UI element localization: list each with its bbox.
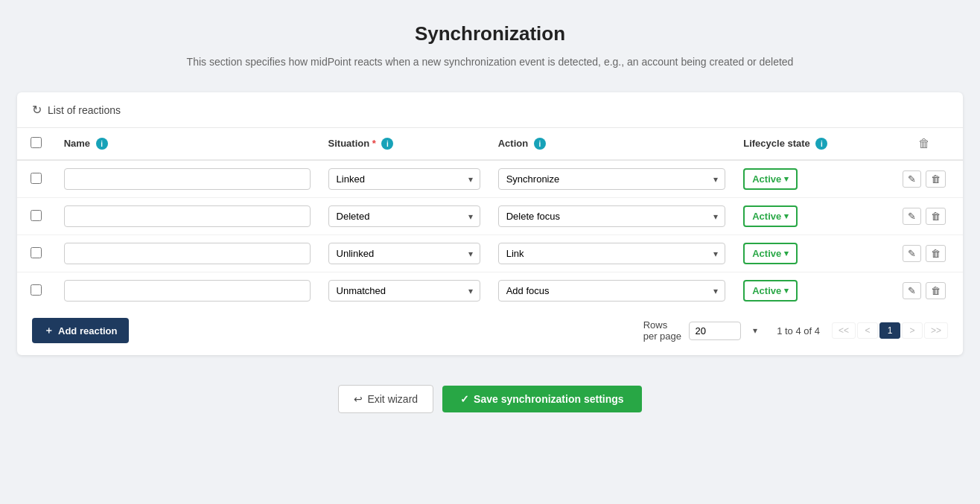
delete-button-2[interactable]: 🗑 bbox=[926, 245, 946, 262]
sync-icon: ↻ bbox=[32, 103, 42, 117]
plus-icon: ＋ bbox=[44, 324, 54, 337]
lifecycle-chevron-2: ▾ bbox=[784, 249, 789, 258]
add-reaction-label: Add reaction bbox=[58, 325, 117, 336]
lifecycle-chevron-3: ▾ bbox=[784, 286, 789, 296]
pagination-area: Rows per page 5 10 20 50 100 1 to 4 of 4… bbox=[643, 319, 948, 342]
name-input-0[interactable] bbox=[64, 168, 311, 190]
edit-button-2[interactable]: ✎ bbox=[903, 245, 921, 262]
last-page-button[interactable]: >> bbox=[924, 322, 948, 339]
delete-button-3[interactable]: 🗑 bbox=[926, 282, 946, 299]
row-actions-0: ✎ 🗑 bbox=[894, 170, 954, 188]
action-select-wrapper-3: SynchronizeDelete focusLinkAdd focusUnli… bbox=[498, 280, 726, 302]
action-select-2[interactable]: SynchronizeDelete focusLinkAdd focusUnli… bbox=[498, 243, 726, 264]
card-footer: ＋ Add reaction Rows per page 5 10 20 50 … bbox=[17, 309, 963, 343]
bottom-actions: ↩ Exit wizard ✓ Save synchronization set… bbox=[338, 385, 641, 413]
next-page-button[interactable]: > bbox=[902, 322, 923, 339]
col-situation-label: Situation bbox=[328, 138, 370, 149]
page-navigation: << < 1 > >> bbox=[832, 322, 948, 339]
add-reaction-button[interactable]: ＋ Add reaction bbox=[32, 318, 129, 343]
page-info: 1 to 4 of 4 bbox=[777, 325, 820, 336]
edit-button-0[interactable]: ✎ bbox=[903, 170, 921, 188]
delete-button-0[interactable]: 🗑 bbox=[926, 170, 946, 188]
name-input-2[interactable] bbox=[64, 243, 311, 264]
lifecycle-chevron-1: ▾ bbox=[784, 211, 789, 221]
page-title: Synchronization bbox=[187, 22, 794, 45]
action-info-icon[interactable]: i bbox=[534, 138, 546, 150]
current-page-button[interactable]: 1 bbox=[879, 322, 900, 339]
header-delete-button[interactable]: 🗑 bbox=[914, 135, 935, 152]
save-label: Save synchronization settings bbox=[474, 393, 624, 405]
col-name-label: Name bbox=[64, 138, 90, 149]
table-row: LinkedDeletedUnlinkedUnmatchedDisputedDe… bbox=[17, 235, 963, 272]
lifecycle-info-icon[interactable]: i bbox=[815, 138, 827, 150]
card-header-label: List of reactions bbox=[48, 104, 121, 116]
rows-per-page-selector: Rows per page 5 10 20 50 100 bbox=[643, 319, 765, 342]
lifecycle-state-button-0[interactable]: Active ▾ bbox=[743, 168, 798, 190]
card-header: ↻ List of reactions bbox=[17, 92, 963, 128]
name-info-icon[interactable]: i bbox=[96, 138, 108, 150]
action-select-0[interactable]: SynchronizeDelete focusLinkAdd focusUnli… bbox=[498, 168, 726, 190]
lifecycle-state-button-2[interactable]: Active ▾ bbox=[743, 243, 798, 264]
save-settings-button[interactable]: ✓ Save synchronization settings bbox=[442, 386, 642, 412]
situation-required-marker: * bbox=[372, 138, 376, 149]
action-select-1[interactable]: SynchronizeDelete focusLinkAdd focusUnli… bbox=[498, 205, 726, 227]
action-select-3[interactable]: SynchronizeDelete focusLinkAdd focusUnli… bbox=[498, 280, 726, 302]
exit-wizard-button[interactable]: ↩ Exit wizard bbox=[338, 385, 433, 413]
col-action-label: Action bbox=[498, 138, 528, 149]
situation-select-wrapper-1: LinkedDeletedUnlinkedUnmatchedDisputedDe… bbox=[328, 205, 480, 227]
col-lifecycle-label: Lifecycle state bbox=[743, 138, 810, 149]
row-checkbox-1[interactable] bbox=[31, 210, 42, 221]
lifecycle-chevron-0: ▾ bbox=[784, 174, 789, 184]
situation-select-wrapper-3: LinkedDeletedUnlinkedUnmatchedDisputedDe… bbox=[328, 280, 480, 302]
action-select-wrapper-2: SynchronizeDelete focusLinkAdd focusUnli… bbox=[498, 243, 726, 264]
row-checkbox-3[interactable] bbox=[31, 284, 42, 296]
name-input-3[interactable] bbox=[64, 280, 311, 302]
row-actions-2: ✎ 🗑 bbox=[894, 245, 954, 262]
situation-select-0[interactable]: LinkedDeletedUnlinkedUnmatchedDisputedDe… bbox=[328, 168, 480, 190]
exit-label: Exit wizard bbox=[367, 393, 418, 405]
page-subtitle: This section specifies how midPoint reac… bbox=[187, 54, 794, 70]
prev-page-button[interactable]: < bbox=[857, 322, 878, 339]
situation-select-3[interactable]: LinkedDeletedUnlinkedUnmatchedDisputedDe… bbox=[328, 280, 480, 302]
lifecycle-state-button-3[interactable]: Active ▾ bbox=[743, 280, 798, 302]
table-row: LinkedDeletedUnlinkedUnmatchedDisputedDe… bbox=[17, 198, 963, 235]
row-actions-1: ✎ 🗑 bbox=[894, 208, 954, 225]
rows-per-page-select-wrapper: 5 10 20 50 100 bbox=[689, 322, 766, 340]
check-icon: ✓ bbox=[460, 393, 469, 405]
row-checkbox-0[interactable] bbox=[31, 173, 42, 184]
edit-button-1[interactable]: ✎ bbox=[903, 208, 921, 225]
rows-per-page-select[interactable]: 5 10 20 50 100 bbox=[689, 322, 741, 340]
delete-button-1[interactable]: 🗑 bbox=[926, 208, 946, 225]
table-row: LinkedDeletedUnlinkedUnmatchedDisputedDe… bbox=[17, 160, 963, 198]
situation-select-1[interactable]: LinkedDeletedUnlinkedUnmatchedDisputedDe… bbox=[328, 205, 480, 227]
situation-select-wrapper-0: LinkedDeletedUnlinkedUnmatchedDisputedDe… bbox=[328, 168, 480, 190]
action-select-wrapper-0: SynchronizeDelete focusLinkAdd focusUnli… bbox=[498, 168, 726, 190]
select-all-checkbox[interactable] bbox=[31, 137, 42, 148]
reactions-card: ↻ List of reactions Name i Situation * i… bbox=[17, 92, 963, 355]
page-header: Synchronization This section specifies h… bbox=[187, 22, 794, 70]
exit-icon: ↩ bbox=[354, 393, 363, 405]
row-checkbox-2[interactable] bbox=[31, 247, 42, 258]
first-page-button[interactable]: << bbox=[832, 322, 856, 339]
reactions-table: Name i Situation * i Action i Lifecycle … bbox=[17, 128, 963, 309]
situation-select-wrapper-2: LinkedDeletedUnlinkedUnmatchedDisputedDe… bbox=[328, 243, 480, 264]
situation-info-icon[interactable]: i bbox=[381, 138, 393, 150]
lifecycle-state-button-1[interactable]: Active ▾ bbox=[743, 205, 798, 227]
action-select-wrapper-1: SynchronizeDelete focusLinkAdd focusUnli… bbox=[498, 205, 726, 227]
situation-select-2[interactable]: LinkedDeletedUnlinkedUnmatchedDisputedDe… bbox=[328, 243, 480, 264]
edit-button-3[interactable]: ✎ bbox=[903, 282, 921, 299]
name-input-1[interactable] bbox=[64, 205, 311, 227]
rows-per-page-label: Rows per page bbox=[643, 319, 684, 342]
row-actions-3: ✎ 🗑 bbox=[894, 282, 954, 299]
table-row: LinkedDeletedUnlinkedUnmatchedDisputedDe… bbox=[17, 272, 963, 310]
